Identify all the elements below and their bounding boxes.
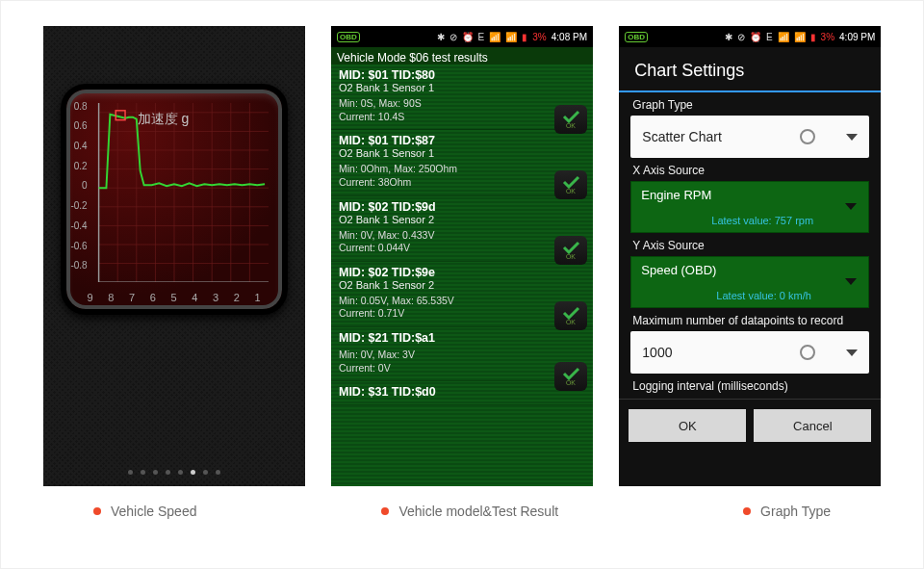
item-values: Min: 0Ohm, Max: 250OhmCurrent: 38Ohm [339,163,547,189]
ok-badge: OK [554,105,587,134]
signal-icon: 📶 [778,32,789,42]
bullet-icon [381,507,389,515]
dnd-icon: ⊘ [449,32,457,42]
test-result-item[interactable]: MID: $02 TID:$9dO2 Bank 1 Sensor 2Min: 0… [331,196,593,262]
signal-icon: 📶 [489,32,500,42]
x-axis-select[interactable]: Engine RPM Latest value: 757 rpm [630,181,869,233]
phone-vehicle-speed: 加速度 g 0.8 0.6 0.4 0.2 0 -0.2 -0.4 -0.6 -… [43,26,305,486]
caption: Graph Type [743,504,831,519]
bullet-icon [743,507,751,515]
obd-icon: OBD [337,32,360,42]
item-values: Min: 0.05V, Max: 65.535VCurrent: 0.71V [339,295,547,321]
xtick: 5 [171,292,177,303]
graph-type-value: Scatter Chart [642,129,721,144]
item-mid: MID: $02 TID:$9d [339,200,436,214]
bluetooth-icon: ✱ [725,32,732,42]
test-result-item[interactable]: MID: $01 TID:$80O2 Bank 1 Sensor 1Min: 0… [331,65,593,130]
max-points-label: Maximum number of datapoints to record [632,314,867,327]
battery-icon: ▮ [522,32,527,42]
y-axis-select[interactable]: Speed (OBD) Latest value: 0 km/h [630,256,869,308]
item-mid: MID: $01 TID:$87 [339,134,435,147]
x-axis-label: X Axis Source [632,164,867,177]
xtick: 6 [150,292,156,303]
item-values: Min: 0V, Max: 3VCurrent: 0V [339,349,547,375]
clock: 4:09 PM [839,32,875,42]
chart-xlabels: 9 8 7 6 5 4 3 2 1 [80,292,269,303]
graph-type-select[interactable]: Scatter Chart [630,116,869,158]
caption-text: Vehicle model&Test Result [398,504,558,519]
chart-plot: 加速度 g 0.8 0.6 0.4 0.2 0 -0.2 -0.4 -0.6 -… [80,103,269,284]
item-values: Min: 0S, Max: 90SCurrent: 10.4S [339,97,547,123]
network-icon: E [766,32,773,42]
bluetooth-icon: ✱ [437,32,445,42]
chevron-down-icon [846,349,858,356]
ok-button[interactable]: OK [629,409,746,442]
graph-type-label: Graph Type [632,98,867,112]
test-result-item[interactable]: MID: $31 TID:$d0 [331,381,593,405]
signal-icon: 📶 [794,32,806,42]
ok-badge: OK [554,170,587,199]
radio-icon [800,129,815,144]
x-axis-value: Engine RPM [641,188,711,202]
xtick: 3 [213,292,218,303]
dnd-icon: ⊘ [737,32,745,42]
signal-icon: 📶 [505,32,517,42]
item-mid: MID: $01 TID:$80 [339,68,435,82]
battery-pct: 3% [821,32,834,42]
item-values: Min: 0V, Max: 0.433VCurrent: 0.044V [339,229,547,255]
captions-row: Vehicle Speed Vehicle model&Test Result … [1,504,923,519]
item-mid: MID: $31 TID:$d0 [339,385,436,399]
chevron-down-icon [846,134,858,141]
dialog-buttons: OK Cancel [619,399,881,452]
page-indicator[interactable] [43,470,305,475]
test-result-item[interactable]: MID: $01 TID:$87O2 Bank 1 Sensor 1Min: 0… [331,130,593,195]
logging-interval-label: Logging interval (milliseconds) [632,379,867,393]
bullet-icon [93,507,101,515]
caption-text: Vehicle Speed [111,504,197,519]
cancel-button[interactable]: Cancel [754,409,871,442]
xtick: 8 [108,292,114,303]
chevron-down-icon [845,203,857,210]
clock: 4:08 PM [552,32,587,42]
dialog-title: Chart Settings [619,47,881,91]
title-rule [619,91,881,92]
battery-icon: ▮ [810,32,816,42]
alarm-icon: ⏰ [462,32,474,42]
y-axis-latest: Latest value: 0 km/h [716,290,810,301]
network-icon: E [478,32,485,42]
obd-icon: OBD [625,32,648,42]
item-sensor: O2 Bank 1 Sensor 2 [339,214,547,225]
xtick: 2 [234,292,240,303]
radio-icon [800,345,815,360]
y-axis-value: Speed (OBD) [641,263,716,277]
phone-chart-settings: OBD ✱ ⊘ ⏰ E 📶 📶 ▮ 3% 4:09 PM Chart Setti… [619,26,881,486]
y-axis-label: Y Axis Source [632,239,867,252]
item-mid: MID: $21 TID:$a1 [339,331,435,345]
caption-text: Graph Type [760,504,831,519]
max-points-value: 1000 [642,345,672,360]
chart-svg [80,103,269,282]
x-axis-latest: Latest value: 757 rpm [711,215,813,226]
phone-test-results: OBD ✱ ⊘ ⏰ E 📶 📶 ▮ 3% 4:08 PM Vehicle Mod… [331,26,593,486]
xtick: 4 [192,292,197,303]
caption: Vehicle Speed [93,504,197,519]
item-sensor: O2 Bank 1 Sensor 1 [339,147,547,159]
xtick: 1 [255,292,261,303]
chevron-down-icon [845,278,857,285]
alarm-icon: ⏰ [750,32,761,42]
test-result-item[interactable]: MID: $21 TID:$a1Min: 0V, Max: 3VCurrent:… [331,327,593,381]
item-sensor: O2 Bank 1 Sensor 1 [339,82,547,93]
xtick: 7 [129,292,135,303]
test-results-list[interactable]: MID: $01 TID:$80O2 Bank 1 Sensor 1Min: 0… [331,65,593,486]
ok-badge: OK [554,236,587,265]
caption: Vehicle model&Test Result [381,504,558,519]
status-bar: OBD ✱ ⊘ ⏰ E 📶 📶 ▮ 3% 4:09 PM [619,26,881,47]
chart-panel: 加速度 g 0.8 0.6 0.4 0.2 0 -0.2 -0.4 -0.6 -… [61,84,288,315]
battery-pct: 3% [532,32,546,42]
status-bar: OBD ✱ ⊘ ⏰ E 📶 📶 ▮ 3% 4:08 PM [331,26,593,47]
item-mid: MID: $02 TID:$9e [339,266,435,279]
test-result-item[interactable]: MID: $02 TID:$9eO2 Bank 1 Sensor 2Min: 0… [331,262,593,327]
max-points-select[interactable]: 1000 [630,331,869,374]
xtick: 9 [87,292,92,303]
item-sensor: O2 Bank 1 Sensor 2 [339,279,547,291]
